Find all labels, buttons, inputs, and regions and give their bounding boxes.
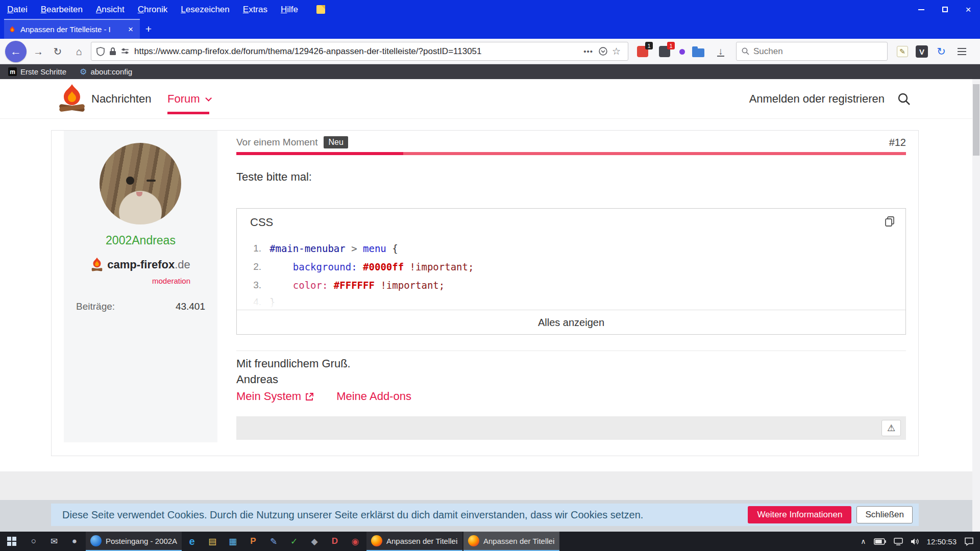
bookmarks-toolbar: m Erste Schritte ⚙ about:config bbox=[0, 64, 980, 79]
camp-firefox-favicon bbox=[8, 26, 16, 34]
reload-button[interactable]: ↻ bbox=[49, 39, 66, 64]
battery-icon[interactable] bbox=[874, 538, 886, 545]
url-input[interactable] bbox=[134, 46, 575, 57]
lock-icon[interactable] bbox=[109, 47, 116, 56]
author-brand: camp-firefox.de bbox=[64, 257, 217, 272]
menu-extras[interactable]: Extras bbox=[243, 5, 267, 15]
taskbar-editor-icon[interactable]: ✎ bbox=[263, 532, 284, 551]
notes-icon[interactable]: ✎ bbox=[894, 43, 911, 60]
taskbar-window-firefox-2[interactable]: Anpassen der Titelleis... bbox=[463, 532, 559, 551]
tab-close-icon[interactable]: × bbox=[126, 24, 136, 35]
external-link-icon bbox=[305, 392, 314, 401]
extension-red-icon[interactable]: 1 bbox=[634, 43, 651, 60]
post-body: Vor einem Moment Neu #12 Teste bitte mal… bbox=[236, 131, 906, 457]
pocket-icon[interactable] bbox=[599, 47, 607, 56]
taskbar-photos-icon[interactable]: ▦ bbox=[223, 532, 243, 551]
post-timestamp[interactable]: Vor einem Moment bbox=[236, 137, 317, 148]
taskbar-recorder-icon[interactable]: ◉ bbox=[345, 532, 365, 551]
downloads-icon[interactable]: ↓ bbox=[713, 43, 729, 60]
taskbar-window-thunderbird[interactable]: Posteingang - 2002An... bbox=[86, 532, 182, 551]
site-search-icon[interactable] bbox=[897, 92, 911, 106]
code-line: 1.#main-menubar > menu { bbox=[237, 239, 905, 258]
extension-badge: 1 bbox=[667, 42, 675, 49]
forward-button[interactable]: → bbox=[30, 39, 47, 64]
network-icon[interactable] bbox=[894, 538, 903, 545]
page-viewport: Nachrichten Forum Anmelden oder registri… bbox=[0, 79, 980, 532]
menu-bearbeiten[interactable]: Bearbeiten bbox=[41, 5, 83, 15]
menu-datei[interactable]: Datei bbox=[7, 5, 28, 15]
nav-nachrichten[interactable]: Nachrichten bbox=[91, 79, 151, 119]
taskbar-clock[interactable]: 12:50:53 bbox=[927, 537, 957, 546]
restore-button[interactable] bbox=[933, 0, 957, 19]
taskbar-tools-icon[interactable]: ◆ bbox=[304, 532, 325, 551]
bookmark-star-icon[interactable]: ☆ bbox=[612, 45, 621, 57]
show-all-button[interactable]: Alles anzeigen bbox=[237, 310, 905, 334]
taskbar-dictionary-icon[interactable]: D bbox=[325, 532, 345, 551]
cookie-close-button[interactable]: Schließen bbox=[856, 506, 913, 523]
login-link[interactable]: Anmelden oder registrieren bbox=[749, 79, 885, 119]
cookie-banner: Diese Seite verwendet Cookies. Durch die… bbox=[51, 504, 919, 526]
sync-icon[interactable]: ↻ bbox=[933, 43, 949, 60]
post-text: Teste bitte mal: bbox=[236, 170, 312, 184]
unread-indicator-bar bbox=[236, 152, 906, 155]
search-bar[interactable] bbox=[736, 42, 888, 61]
tab-anpassen-der-titelleiste[interactable]: Anpassen der Titelleiste - I × bbox=[4, 19, 140, 39]
tray-expand-icon[interactable]: ∧ bbox=[861, 537, 866, 545]
extension-dark-icon[interactable]: 1 bbox=[656, 43, 673, 60]
brand-suffix: .de bbox=[175, 258, 190, 271]
extension-dot-icon[interactable] bbox=[677, 43, 687, 60]
taskbar-explorer-icon[interactable]: ▤ bbox=[202, 532, 223, 551]
notification-center-icon[interactable] bbox=[964, 537, 974, 546]
taskbar-window-firefox-1[interactable]: Anpassen der Titelleis... bbox=[366, 532, 462, 551]
code-language-label: CSS bbox=[250, 216, 273, 229]
minimize-button[interactable] bbox=[910, 0, 933, 19]
taskbar-edge-icon[interactable]: e bbox=[182, 532, 202, 551]
permissions-icon[interactable] bbox=[121, 48, 129, 55]
copy-icon[interactable] bbox=[884, 216, 895, 227]
cookie-info-button[interactable]: Weitere Informationen bbox=[748, 506, 851, 523]
back-button[interactable]: ← bbox=[5, 41, 27, 62]
taskbar-app-icon[interactable]: ● bbox=[64, 532, 85, 551]
bookmark-erste-schritte[interactable]: m Erste Schritte bbox=[8, 67, 66, 76]
url-bar[interactable]: ••• ☆ bbox=[91, 42, 628, 61]
page-footer-strip bbox=[0, 471, 972, 500]
author-sidebar: 2002Andreas camp-firefox.de moderation B… bbox=[64, 131, 217, 442]
home-button[interactable]: ⌂ bbox=[70, 39, 88, 64]
menu-chronik[interactable]: Chronik bbox=[138, 5, 168, 15]
note-icon[interactable] bbox=[316, 5, 325, 14]
scrollbar-thumb[interactable] bbox=[973, 84, 979, 156]
active-nav-underline bbox=[167, 112, 209, 114]
taskbar-office-icon[interactable]: P bbox=[243, 532, 263, 551]
page-actions-icon[interactable]: ••• bbox=[583, 47, 593, 56]
link-meine-addons[interactable]: Meine Add-ons bbox=[336, 390, 411, 403]
start-button[interactable] bbox=[0, 532, 23, 551]
tracking-protection-shield-icon[interactable] bbox=[96, 47, 105, 56]
link-mein-system[interactable]: Mein System bbox=[236, 390, 314, 403]
camp-firefox-logo[interactable] bbox=[57, 83, 87, 115]
menu-lesezeichen[interactable]: Lesezeichen bbox=[181, 5, 229, 15]
volume-icon[interactable] bbox=[911, 538, 919, 545]
menu-ansicht[interactable]: Ansicht bbox=[96, 5, 125, 15]
menu-hamburger-icon[interactable] bbox=[953, 43, 970, 60]
search-input[interactable] bbox=[753, 46, 882, 57]
firefox-menubar: Datei Bearbeiten Ansicht Chronik Lesezei… bbox=[0, 0, 980, 19]
library-folder-icon[interactable] bbox=[690, 43, 706, 60]
author-username[interactable]: 2002Andreas bbox=[64, 234, 217, 247]
avatar[interactable] bbox=[100, 143, 181, 224]
window-controls: × bbox=[910, 0, 980, 19]
close-button[interactable]: × bbox=[957, 0, 980, 19]
post-number-link[interactable]: #12 bbox=[889, 137, 906, 148]
system-tray: ∧ 12:50:53 bbox=[861, 537, 980, 546]
bookmark-about-config[interactable]: ⚙ about:config bbox=[80, 67, 132, 77]
posts-count: 43.401 bbox=[176, 301, 205, 312]
taskbar-antivirus-icon[interactable]: ✓ bbox=[284, 532, 304, 551]
site-header: Nachrichten Forum Anmelden oder registri… bbox=[0, 79, 972, 119]
taskbar-search-icon[interactable]: ○ bbox=[23, 532, 44, 551]
new-tab-button[interactable]: + bbox=[140, 19, 157, 39]
menu-hilfe[interactable]: Hilfe bbox=[281, 5, 298, 15]
v-extension-icon[interactable]: V bbox=[914, 43, 930, 60]
code-line: 2. background: #0000ff !important; bbox=[237, 258, 905, 276]
report-button[interactable]: ⚠ bbox=[881, 420, 901, 436]
page-scrollbar[interactable] bbox=[972, 79, 980, 532]
taskbar-mail-icon[interactable]: ✉ bbox=[44, 532, 64, 551]
